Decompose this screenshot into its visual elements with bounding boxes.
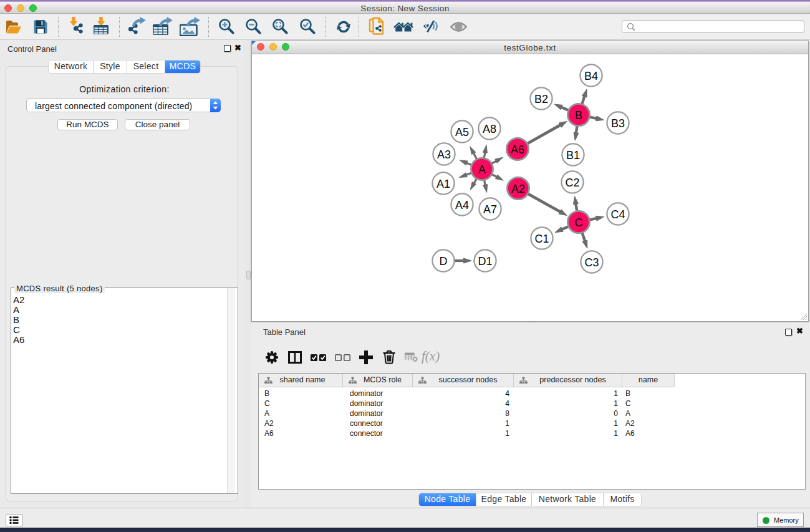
svg-text:A2: A2 [511,183,525,195]
svg-text:B4: B4 [584,70,598,82]
svg-text:B: B [575,109,582,122]
svg-text:B2: B2 [534,93,548,105]
svg-text:C3: C3 [584,256,599,269]
svg-text:B3: B3 [611,117,625,130]
svg-text:C: C [575,216,583,229]
svg-text:A6: A6 [511,143,524,156]
svg-text:A3: A3 [437,148,451,161]
svg-text:A1: A1 [436,178,450,190]
svg-text:f(x): f(x) [422,350,440,364]
svg-text:C1: C1 [534,233,549,245]
svg-text:A4: A4 [455,199,469,211]
svg-text:A8: A8 [483,123,496,135]
svg-text:D1: D1 [478,255,492,268]
svg-text:A7: A7 [483,203,497,216]
svg-text:C4: C4 [610,208,625,221]
svg-text:A5: A5 [455,126,469,138]
svg-text:C2: C2 [565,177,579,189]
svg-text:D: D [440,255,448,268]
svg-text:B1: B1 [566,149,580,162]
svg-text:A: A [478,163,486,176]
